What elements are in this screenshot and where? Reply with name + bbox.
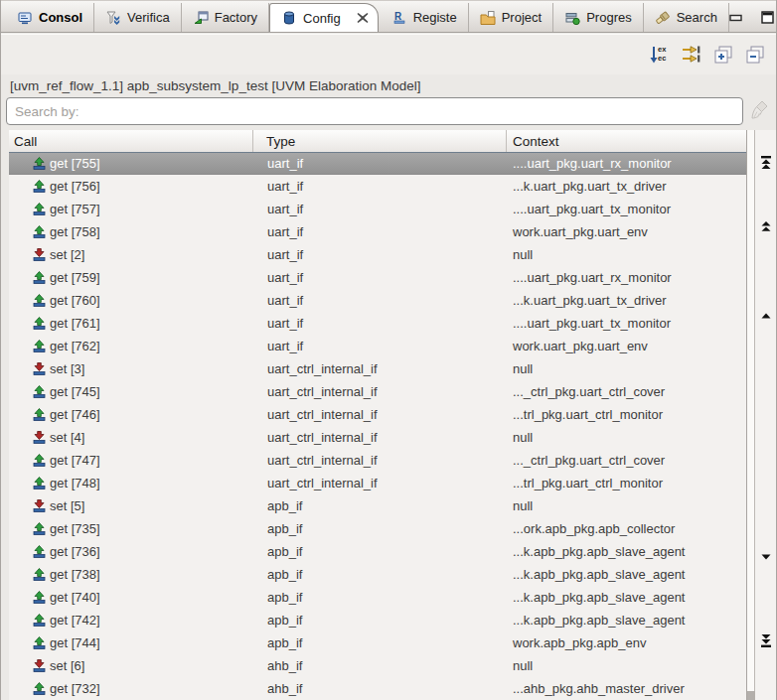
call-label: set [4] [50, 430, 84, 445]
call-label: get [746] [50, 407, 100, 422]
scrollbar-thumb[interactable] [747, 691, 755, 700]
table-row[interactable]: get [760] uart_if ...k.uart_pkg.uart_tx_… [9, 289, 746, 312]
context-cell: ...ahb_pkg.ahb_master_driver [507, 681, 746, 696]
scrollbar-track[interactable] [746, 130, 755, 700]
type-cell: uart_ctrl_internal_if [253, 407, 507, 422]
type-cell: apb_if [253, 635, 507, 650]
table-row[interactable]: get [736] apb_if ...k.apb_pkg.apb_slave_… [9, 540, 746, 563]
sort-exec-order-icon[interactable]: ex ec [648, 43, 672, 67]
call-label: get [760] [50, 293, 100, 308]
table-row[interactable]: get [756] uart_if ...k.uart_pkg.uart_tx_… [9, 175, 746, 198]
tab-console[interactable]: Consol [6, 3, 94, 32]
scroll-to-bottom-icon[interactable] [758, 633, 774, 649]
get-icon [33, 545, 46, 558]
table-row[interactable]: get [759] uart_if ....uart_pkg.uart_rx_m… [9, 266, 746, 289]
context-cell: ....uart_pkg.uart_rx_monitor [507, 156, 746, 171]
call-label: get [757] [50, 202, 100, 216]
tab-search[interactable]: Search [644, 3, 729, 32]
down-icon[interactable] [758, 553, 774, 569]
get-icon [33, 408, 46, 421]
table-row[interactable]: set [4] uart_ctrl_internal_if null [9, 426, 746, 449]
get-icon [33, 682, 46, 695]
type-cell: uart_ctrl_internal_if [253, 361, 507, 376]
table-row[interactable]: get [746] uart_ctrl_internal_if ...trl_p… [9, 403, 746, 426]
set-icon [33, 499, 46, 512]
call-label: get [761] [50, 316, 100, 331]
table-row[interactable]: set [6] ahb_if null [9, 654, 746, 677]
table-row[interactable]: get [732] ahb_if ...ahb_pkg.ahb_master_d… [9, 677, 746, 700]
call-label: get [735] [50, 521, 100, 536]
tab-verification[interactable]: Verifica [94, 3, 182, 32]
model-title: [uvm_ref_flow_1.1] apb_subsystem_lp_test… [10, 78, 420, 93]
maximize-icon[interactable] [761, 11, 775, 24]
tab-project[interactable]: Project [469, 3, 553, 32]
search-icon [655, 10, 671, 26]
table-row[interactable]: get [745] uart_ctrl_internal_if ..._ctrl… [9, 380, 746, 403]
table-row[interactable]: get [747] uart_ctrl_internal_if ..._ctrl… [9, 449, 746, 472]
tab-label: Progres [586, 10, 632, 25]
get-icon [33, 614, 46, 627]
type-cell: apb_if [253, 521, 507, 536]
table-row[interactable]: get [744] apb_if work.apb_pkg.apb_env [9, 631, 746, 654]
minimize-icon[interactable] [729, 14, 743, 22]
context-cell: work.uart_pkg.uart_env [507, 339, 746, 353]
get-icon [33, 522, 46, 535]
context-cell: null [507, 658, 746, 673]
call-label: set [2] [50, 247, 84, 262]
tab-factory[interactable]: Factory [182, 3, 269, 32]
table-row[interactable]: get [755] uart_if ....uart_pkg.uart_rx_m… [9, 152, 746, 175]
expand-all-icon[interactable] [711, 43, 735, 67]
column-header-type[interactable]: Type [253, 130, 507, 152]
tab-progress[interactable]: Progres [553, 3, 644, 32]
context-cell: ...ork.apb_pkg.apb_collector [507, 521, 746, 536]
type-cell: apb_if [253, 544, 507, 559]
get-icon [33, 636, 46, 649]
call-label: set [3] [50, 361, 84, 376]
context-cell: work.uart_pkg.uart_env [507, 224, 746, 239]
type-cell: uart_if [253, 179, 507, 194]
context-cell: null [507, 247, 746, 262]
type-cell: uart_if [253, 202, 507, 216]
table-row[interactable]: set [2] uart_if null [9, 243, 746, 266]
progress-icon [564, 10, 580, 26]
table-row[interactable]: get [762] uart_if work.uart_pkg.uart_env [9, 335, 746, 357]
call-label: get [759] [50, 270, 100, 285]
scroll-to-top-icon[interactable] [758, 155, 774, 171]
collapse-all-icon[interactable] [743, 43, 767, 67]
view-tab-bar: Consol Verifica Factory Config [1, 0, 776, 33]
table-row[interactable]: set [3] uart_ctrl_internal_if null [9, 357, 746, 380]
close-icon[interactable] [357, 12, 370, 25]
table-row[interactable]: get [738] apb_if ...k.apb_pkg.apb_slave_… [9, 563, 746, 586]
table-row[interactable]: get [761] uart_if ....uart_pkg.uart_tx_m… [9, 312, 746, 335]
column-header-context[interactable]: Context [507, 130, 746, 152]
context-cell: ....uart_pkg.uart_tx_monitor [507, 202, 746, 216]
table-row[interactable]: set [5] apb_if null [9, 494, 746, 517]
table-row[interactable]: get [758] uart_if work.uart_pkg.uart_env [9, 220, 746, 243]
call-label: get [744] [50, 635, 100, 650]
table-row[interactable]: get [735] apb_if ...ork.apb_pkg.apb_coll… [9, 517, 746, 540]
call-label: get [732] [50, 681, 100, 696]
exec-order-label: ex ec [658, 45, 671, 63]
table-row[interactable]: get [757] uart_if ....uart_pkg.uart_tx_m… [9, 198, 746, 220]
context-cell: ...k.apb_pkg.apb_slave_agent [507, 567, 746, 582]
project-icon [480, 10, 496, 26]
page-up-icon[interactable] [758, 220, 774, 236]
follow-pointer-icon[interactable] [680, 43, 703, 67]
tab-register[interactable]: R Registe [381, 3, 469, 32]
broom-icon[interactable] [748, 99, 774, 123]
column-header-call[interactable]: Call [9, 130, 253, 152]
table-row[interactable]: get [740] apb_if ...k.apb_pkg.apb_slave_… [9, 586, 746, 609]
table-row[interactable]: get [742] apb_if ...k.apb_pkg.apb_slave_… [9, 609, 746, 631]
up-icon[interactable] [758, 312, 774, 328]
context-cell: ..._ctrl_pkg.uart_ctrl_cover [507, 453, 746, 468]
context-cell: ....uart_pkg.uart_rx_monitor [507, 270, 746, 285]
type-cell: apb_if [253, 498, 507, 513]
context-cell: ...trl_pkg.uart_ctrl_monitor [507, 407, 746, 422]
get-icon [33, 454, 46, 467]
tab-config[interactable]: Config [269, 3, 379, 32]
search-box [6, 97, 743, 125]
context-cell: null [507, 430, 746, 445]
table-row[interactable]: get [748] uart_ctrl_internal_if ...trl_p… [9, 472, 746, 494]
search-input[interactable] [7, 98, 742, 124]
type-cell: uart_if [253, 270, 507, 285]
